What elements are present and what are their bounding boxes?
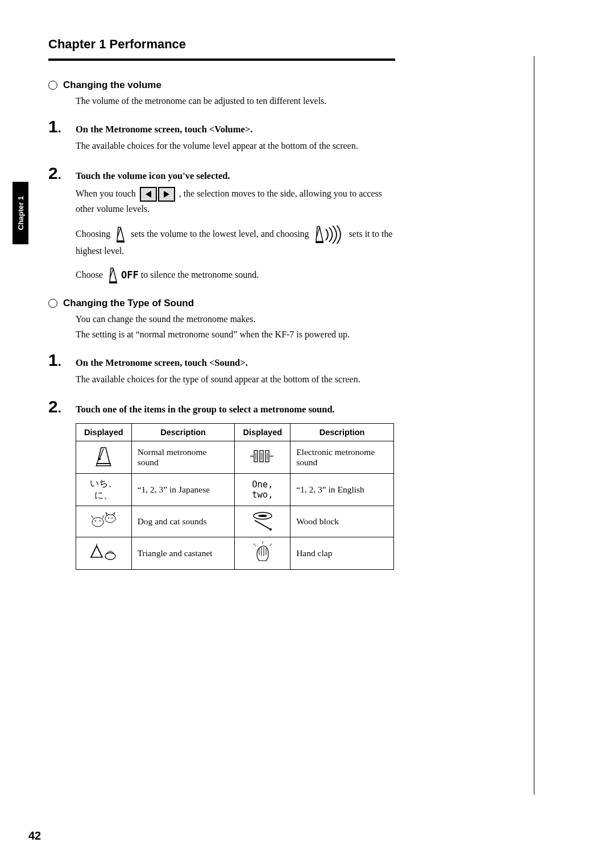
title-underline: [48, 59, 395, 61]
off-post-text: to silence the metronome sound.: [141, 270, 259, 279]
sound-step1-title: On the Metronome screen, touch <Sound>.: [76, 357, 248, 369]
sound-section-head: Changing the Type of Sound: [48, 298, 395, 309]
desc-normal: Normal metronome sound: [131, 441, 235, 473]
triangle-castanet-icon: [76, 537, 132, 569]
volume-section-head: Changing the volume: [48, 80, 395, 91]
svg-point-17: [92, 518, 103, 527]
dog-cat-icon: [76, 506, 132, 537]
metronome-high-icon: [313, 226, 345, 244]
desc-triangle: Triangle and castanet: [131, 537, 235, 569]
col-description-2: Description: [291, 423, 394, 441]
svg-rect-8: [97, 464, 110, 466]
col-displayed-1: Displayed: [76, 423, 132, 441]
volume-step1-desc: The available choices for the volume lev…: [76, 140, 395, 152]
choose-mid-text: sets the volume to the lowest level, and…: [131, 228, 311, 238]
section-bullet-icon: [48, 81, 57, 90]
volume-step2-title: Touch the volume icon you've selected.: [76, 170, 230, 182]
svg-point-24: [258, 515, 267, 517]
touch-pre-text: When you touch: [76, 189, 138, 198]
side-rule: [534, 56, 534, 795]
step-2-number: 2.: [48, 164, 76, 183]
sound-table: Displayed Description Displayed Descript…: [76, 423, 394, 570]
sound-heading: Changing the Type of Sound: [63, 298, 194, 309]
off-pre-text: Choose: [76, 270, 105, 279]
svg-point-22: [111, 518, 113, 519]
svg-point-21: [108, 518, 109, 519]
step-1-number: 1.: [48, 350, 76, 370]
metronome-off-icon: [107, 267, 119, 284]
wood-block-icon: [235, 506, 291, 537]
sound-step2-title: Touch one of the items in the group to s…: [76, 404, 335, 415]
svg-line-6: [99, 449, 103, 459]
table-row: Normal metronome sound Electronic metron…: [76, 441, 394, 473]
svg-point-26: [269, 528, 272, 531]
svg-rect-5: [109, 282, 117, 283]
svg-point-18: [95, 520, 96, 521]
step-1-number: 1.: [48, 117, 76, 136]
desc-electronic: Electronic metronome sound: [291, 441, 394, 473]
section-bullet-icon: [48, 299, 57, 308]
table-row: Dog and cat sounds Wood block: [76, 506, 394, 537]
desc-handclap: Hand clap: [291, 537, 394, 569]
choose-pre-text: Choosing: [76, 228, 113, 238]
metronome-low-icon: [114, 226, 127, 243]
step-2-number: 2.: [48, 397, 76, 416]
svg-point-7: [98, 458, 101, 460]
sound-step1-desc: The available choices for the type of so…: [76, 373, 395, 386]
col-description-1: Description: [131, 423, 235, 441]
japanese-count-icon: いち、に、: [76, 473, 132, 506]
desc-english: “1, 2, 3” in English: [291, 473, 394, 506]
sound-intro1: You can change the sound the metronome m…: [76, 313, 395, 326]
svg-rect-3: [316, 241, 323, 243]
table-row: いち、に、 “1, 2, 3” in Japanese One, two, “1…: [76, 473, 394, 506]
page-number: 42: [28, 829, 41, 842]
desc-woodblock: Wood block: [291, 506, 394, 537]
arrow-buttons-icon: [139, 187, 176, 202]
svg-rect-1: [117, 241, 125, 243]
chapter-title: Chapter 1 Performance: [48, 37, 395, 52]
english-count-icon: One, two,: [235, 473, 291, 506]
handclap-icon: [235, 537, 291, 569]
off-label: OFF: [121, 270, 139, 281]
chapter-tab: Chapter 1: [13, 182, 28, 244]
volume-intro: The volume of the metronome can be adjus…: [76, 95, 395, 107]
desc-japanese: “1, 2, 3” in Japanese: [131, 473, 235, 506]
volume-heading: Changing the volume: [63, 80, 161, 91]
electronic-metronome-icon: [235, 441, 291, 473]
metronome-classic-icon: [76, 441, 132, 473]
svg-line-25: [255, 520, 271, 529]
table-row: Triangle and castanet Hand clap: [76, 537, 394, 569]
sound-intro2: The setting is at “normal metronome soun…: [76, 328, 395, 341]
arrow-left-icon: [140, 187, 157, 202]
col-displayed-2: Displayed: [235, 423, 291, 441]
volume-step1-title: On the Metronome screen, touch <Volume>.: [76, 124, 252, 135]
arrow-right-icon: [158, 187, 175, 202]
svg-point-19: [99, 520, 101, 521]
desc-dogcat: Dog and cat sounds: [131, 506, 235, 537]
